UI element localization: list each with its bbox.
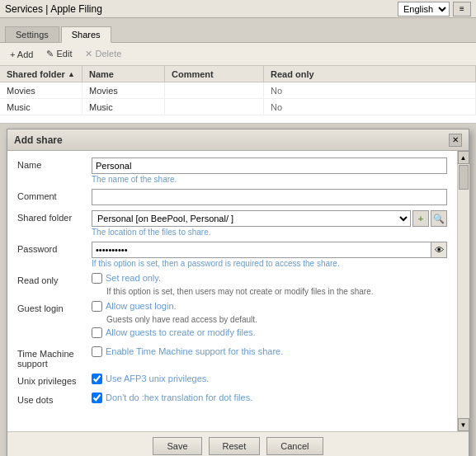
cell-name-1: Music [82, 99, 165, 115]
password-hint: If this option is set, then a password i… [92, 259, 447, 268]
modal-body: Name The name of the share. Comment Shar… [7, 151, 469, 431]
shares-table: Shared folder ▲ Name Comment Read only M… [0, 66, 476, 124]
allow-guests-checkbox-row: Allow guests to create or modify files. [92, 327, 447, 338]
breadcrumb: Services | Apple Filing [5, 3, 102, 15]
menu-button[interactable]: ≡ [453, 2, 471, 16]
allow-guests-checkbox[interactable] [92, 327, 102, 338]
time-machine-group: Enable Time Machine support for this sha… [92, 346, 447, 360]
shared-folder-field: Personal [on BeePool, Personal/ ] + 🔍 Th… [92, 210, 447, 237]
folder-add-button[interactable]: + [412, 210, 429, 227]
table-row[interactable]: Music Music No [0, 99, 476, 115]
time-machine-row: Time Machine support Enable Time Machine… [17, 346, 447, 369]
read-only-hint: If this option is set, then users may no… [106, 287, 447, 296]
comment-label: Comment [17, 189, 92, 201]
tab-settings[interactable]: Settings [5, 26, 59, 42]
add-button[interactable]: + Add [7, 49, 36, 60]
comment-field [92, 189, 447, 205]
scrollbar-up-button[interactable]: ▲ [458, 151, 469, 164]
shared-folder-select[interactable]: Personal [on BeePool, Personal/ ] [92, 210, 411, 227]
unix-privs-checkbox-label[interactable]: Use AFP3 unix privileges. [106, 374, 209, 383]
read-only-label: Read only [17, 273, 92, 285]
scrollbar-thumb[interactable] [459, 165, 469, 190]
guest-login-hint: Guests only have read access by default. [106, 315, 447, 324]
name-field: The name of the share. [92, 157, 447, 184]
name-label: Name [17, 157, 92, 170]
password-row: Password 👁 If this option is set, then a… [17, 242, 447, 268]
col-header-name[interactable]: Name [82, 66, 165, 82]
cell-comment-0 [165, 82, 264, 98]
unix-privs-checkbox[interactable] [92, 374, 102, 384]
read-only-checkbox-label[interactable]: Set read only. [106, 273, 161, 283]
shared-folder-hint: The location of the files to share. [92, 228, 447, 237]
toolbar: + Add ✎ Edit ✕ Delete [0, 43, 476, 66]
table-header: Shared folder ▲ Name Comment Read only [0, 66, 476, 82]
guest-login-group: Allow guest login. Guests only have read… [92, 301, 447, 341]
password-field: 👁 If this option is set, then a password… [92, 242, 447, 268]
time-machine-checkbox-row: Enable Time Machine support for this sha… [92, 346, 447, 357]
comment-row: Comment [17, 189, 447, 205]
cell-comment-1 [165, 99, 264, 115]
shared-folder-row: Shared folder Personal [on BeePool, Pers… [17, 210, 447, 237]
guest-login-label: Guest login [17, 301, 92, 313]
time-machine-checkbox[interactable] [92, 346, 102, 357]
use-dots-checkbox[interactable] [92, 393, 102, 403]
col-header-comment[interactable]: Comment [165, 66, 264, 82]
guest-login-checkbox[interactable] [92, 301, 102, 312]
folder-row: Personal [on BeePool, Personal/ ] + 🔍 [92, 210, 447, 227]
cell-name-0: Movies [82, 82, 165, 98]
table-row[interactable]: Movies Movies No [0, 82, 476, 99]
guest-login-checkbox-label[interactable]: Allow guest login. [106, 301, 177, 311]
use-dots-group: Don't do :hex translation for dot files. [92, 393, 447, 407]
unix-privs-label: Unix privileges [17, 374, 92, 386]
read-only-checkbox-row: Set read only. [92, 273, 447, 284]
cell-shared-folder-1: Music [0, 99, 82, 115]
use-dots-checkbox-label[interactable]: Don't do :hex translation for dot files. [106, 393, 252, 402]
unix-privs-group: Use AFP3 unix privileges. [92, 374, 447, 388]
cell-read-only-1: No [264, 99, 476, 115]
use-dots-row: Use dots Don't do :hex translation for d… [17, 393, 447, 407]
scrollbar-track [458, 164, 469, 418]
save-button[interactable]: Save [153, 437, 201, 455]
col-header-shared-folder[interactable]: Shared folder ▲ [0, 66, 82, 82]
read-only-checkbox[interactable] [92, 273, 102, 284]
guest-login-checkbox-row: Allow guest login. [92, 301, 447, 312]
edit-button[interactable]: ✎ Edit [43, 48, 75, 60]
col-header-read-only[interactable]: Read only [264, 66, 476, 82]
modal-title: Add share [14, 134, 63, 146]
read-only-group: Set read only. If this option is set, th… [92, 273, 447, 296]
comment-input[interactable] [92, 189, 447, 205]
allow-guests-checkbox-label[interactable]: Allow guests to create or modify files. [106, 327, 256, 337]
tab-bar: Settings Shares [0, 18, 476, 43]
cancel-button[interactable]: Cancel [266, 437, 323, 455]
modal-close-button[interactable]: ✕ [449, 134, 462, 147]
modal-scrollbar: ▲ ▼ [457, 151, 469, 431]
cell-read-only-0: No [264, 82, 476, 98]
use-dots-label: Use dots [17, 393, 92, 405]
read-only-row: Read only Set read only. If this option … [17, 273, 447, 296]
use-dots-checkbox-row: Don't do :hex translation for dot files. [92, 393, 447, 403]
shared-folder-label: Shared folder [17, 210, 92, 223]
name-row: Name The name of the share. [17, 157, 447, 184]
guest-login-row: Guest login Allow guest login. Guests on… [17, 301, 447, 341]
sort-arrow-icon: ▲ [68, 70, 75, 78]
password-label: Password [17, 242, 92, 254]
folder-search-button[interactable]: 🔍 [431, 210, 447, 227]
scrollbar-down-button[interactable]: ▼ [458, 418, 469, 431]
name-input[interactable] [92, 157, 447, 174]
show-password-button[interactable]: 👁 [431, 242, 447, 258]
language-select[interactable]: English [398, 2, 450, 16]
time-machine-checkbox-label[interactable]: Enable Time Machine support for this sha… [106, 346, 283, 356]
top-bar: Services | Apple Filing English ≡ [0, 0, 476, 18]
modal-footer: Save Reset Cancel [7, 431, 469, 456]
unix-privs-row: Unix privileges Use AFP3 unix privileges… [17, 374, 447, 388]
unix-privs-checkbox-row: Use AFP3 unix privileges. [92, 374, 447, 384]
reset-button[interactable]: Reset [209, 437, 261, 455]
cell-shared-folder-0: Movies [0, 82, 82, 98]
modal-form: Name The name of the share. Comment Shar… [7, 151, 457, 431]
add-share-modal: Add share ✕ Name The name of the share. … [7, 129, 469, 456]
password-input[interactable] [92, 242, 431, 258]
modal-title-bar: Add share ✕ [7, 129, 469, 151]
tab-shares[interactable]: Shares [61, 26, 111, 43]
name-hint: The name of the share. [92, 175, 447, 184]
delete-button[interactable]: ✕ Delete [82, 48, 125, 60]
